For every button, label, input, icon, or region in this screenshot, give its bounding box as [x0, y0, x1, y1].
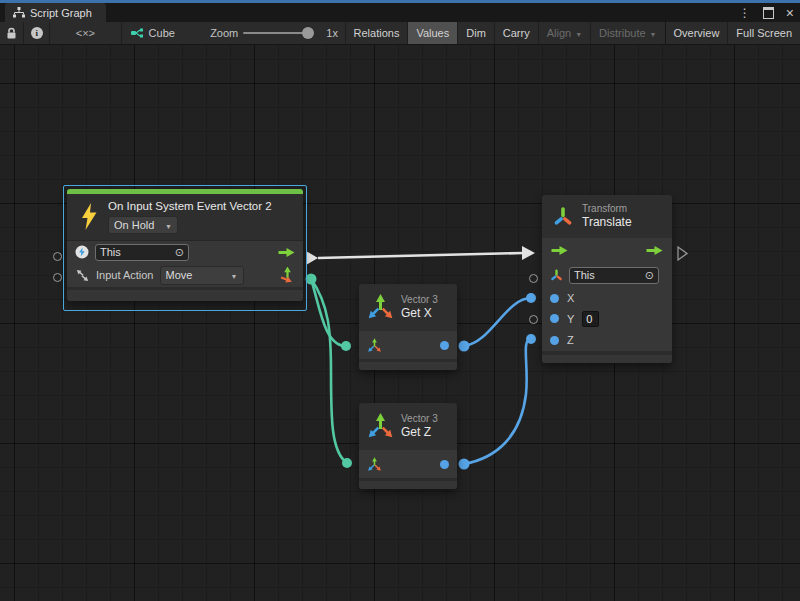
zoom-value: 1x	[320, 22, 345, 44]
code-icon: <×>	[76, 27, 95, 39]
event-action-row: Input Action Move ▼	[67, 263, 303, 287]
script-machine-icon	[75, 245, 89, 259]
node-translate[interactable]: Transform Translate This ⊙	[542, 195, 672, 363]
wire-control-flow[interactable]	[318, 253, 523, 258]
port-dot-event-vector2-out[interactable]	[306, 274, 317, 285]
wire-vector2-to-getz[interactable]	[311, 279, 347, 463]
tab-script-graph[interactable]: Script Graph	[5, 3, 106, 22]
vector2-output-icon[interactable]	[278, 267, 295, 284]
input-action-icon	[75, 268, 90, 283]
port-dot-translate-z-in[interactable]	[526, 334, 536, 344]
target-picker-icon: ⊙	[175, 247, 184, 258]
control-output-arrow-icon[interactable]	[646, 245, 663, 256]
code-preview-button[interactable]: <×>	[50, 22, 121, 44]
translate-target-field[interactable]: This ⊙	[569, 267, 659, 284]
input-action-dropdown[interactable]: Move ▼	[160, 266, 244, 285]
vector3-icon	[367, 294, 394, 321]
vector3-icon	[367, 413, 394, 440]
info-icon: i	[31, 27, 43, 39]
port-dot-x[interactable]	[550, 294, 559, 303]
maximize-icon[interactable]	[763, 7, 774, 19]
port-ring-event-action[interactable]	[53, 273, 62, 282]
dim-button[interactable]: Dim	[457, 22, 494, 44]
event-node-header: On Input System Event Vector 2 On Hold ▼	[67, 194, 303, 240]
event-target-field[interactable]: This ⊙	[95, 244, 189, 261]
event-target-row: This ⊙	[67, 241, 303, 263]
port-ring-event-this[interactable]	[53, 252, 62, 261]
port-dot-getz-in[interactable]	[342, 458, 352, 468]
port-dot-getx-out-wire[interactable]	[459, 341, 470, 352]
graph-icon	[131, 27, 144, 39]
zoom-label: Zoom	[207, 22, 241, 44]
vector3-mini-icon	[367, 338, 382, 353]
inspect-button[interactable]: i	[24, 22, 50, 44]
port-dot-getx-out[interactable]	[440, 341, 449, 350]
getz-header: Vector 3 Get Z	[359, 403, 457, 450]
port-dot-getz-out[interactable]	[440, 460, 449, 469]
port-dot-getx-in[interactable]	[341, 341, 351, 351]
wire-getx-to-translate-x[interactable]	[464, 298, 531, 346]
window-controls: ⋮ ×	[739, 3, 794, 22]
chevron-down-icon: ▼	[231, 273, 238, 280]
port-label-x: X	[567, 292, 574, 304]
node-category: Transform	[582, 203, 632, 216]
node-title: On Input System Event Vector 2	[108, 199, 272, 213]
wire-getz-to-translate-z[interactable]	[464, 339, 531, 464]
node-footer	[359, 478, 457, 489]
node-footer	[359, 359, 457, 370]
tab-strip: Script Graph ⋮ ×	[0, 3, 800, 22]
zoom-slider[interactable]	[241, 22, 319, 44]
vector3-mini-icon	[367, 457, 382, 472]
node-on-input-system-event[interactable]: On Input System Event Vector 2 On Hold ▼…	[67, 189, 303, 301]
graph-owner[interactable]: Cube	[122, 22, 208, 44]
translate-target-row: This ⊙	[542, 262, 672, 288]
port-ring-translate-this[interactable]	[529, 274, 538, 283]
relations-button[interactable]: Relations	[345, 22, 408, 44]
chevron-down-icon: ▼	[650, 31, 657, 38]
node-category: Vector 3	[401, 294, 438, 307]
port-dot-y[interactable]	[550, 314, 559, 323]
graph-canvas[interactable]: On Input System Event Vector 2 On Hold ▼…	[0, 45, 800, 601]
event-mode-dropdown[interactable]: On Hold ▼	[108, 216, 178, 234]
node-get-z[interactable]: Vector 3 Get Z	[359, 403, 457, 489]
port-triangle-translate-out[interactable]	[678, 247, 687, 260]
getz-port-row	[359, 450, 457, 478]
tab-label: Script Graph	[30, 7, 92, 19]
control-output-arrow-icon[interactable]	[278, 247, 295, 258]
control-input-arrow-icon[interactable]	[551, 245, 568, 256]
port-label-z: Z	[567, 334, 574, 346]
lock-icon	[6, 27, 17, 40]
port-dot-getz-out-wire[interactable]	[459, 459, 470, 470]
transform-mini-icon	[550, 269, 563, 282]
values-button[interactable]: Values	[407, 22, 457, 44]
chevron-down-icon: ▼	[575, 31, 582, 38]
transform-icon	[552, 206, 574, 228]
translate-flow-row	[542, 238, 672, 262]
graph-toolbar: i <×> Cube Zoom 1x Relations Values Dim …	[0, 22, 800, 45]
carry-button[interactable]: Carry	[494, 22, 538, 44]
align-button[interactable]: Align ▼	[538, 22, 590, 44]
port-dot-z[interactable]	[550, 336, 559, 345]
zoom-slider-track[interactable]	[243, 32, 309, 34]
port-ring-translate-y[interactable]	[529, 315, 538, 324]
overview-button[interactable]: Overview	[665, 22, 728, 44]
lock-button[interactable]	[0, 22, 24, 44]
node-get-x[interactable]: Vector 3 Get X	[359, 284, 457, 370]
port-label-y: Y	[567, 313, 574, 325]
chevron-down-icon: ▼	[165, 223, 172, 230]
wire-control-start-arrow	[306, 251, 318, 265]
node-category: Vector 3	[401, 413, 438, 426]
fullscreen-button[interactable]: Full Screen	[727, 22, 800, 44]
window-menu-icon[interactable]: ⋮	[739, 6, 751, 20]
close-icon[interactable]: ×	[786, 8, 794, 18]
hierarchy-icon	[13, 7, 25, 18]
y-value-input[interactable]: 0	[582, 311, 599, 327]
graph-owner-label: Cube	[149, 27, 175, 39]
zoom-slider-handle[interactable]	[302, 27, 314, 39]
distribute-button[interactable]: Distribute ▼	[590, 22, 664, 44]
getx-header: Vector 3 Get X	[359, 284, 457, 331]
port-dot-translate-x-in[interactable]	[526, 293, 536, 303]
node-title: Translate	[582, 215, 632, 230]
node-footer	[542, 351, 672, 363]
node-title: Get X	[401, 306, 438, 321]
